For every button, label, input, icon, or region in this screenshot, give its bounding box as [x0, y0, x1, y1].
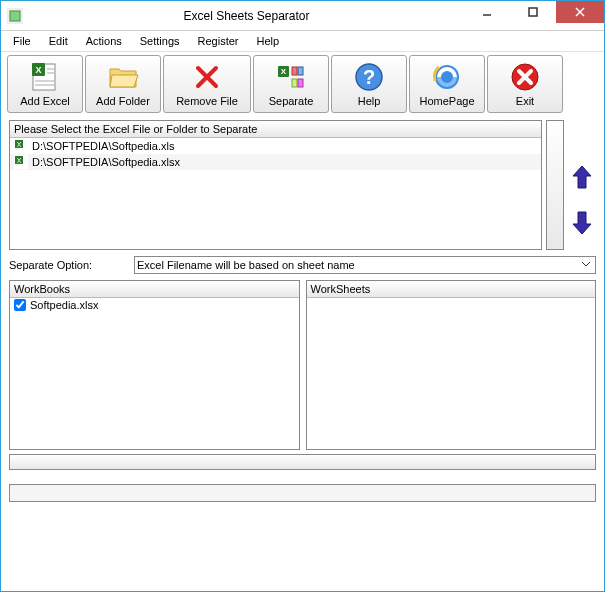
- list-item[interactable]: X D:\SOFTPEDIA\Softpedia.xlsx: [10, 154, 541, 170]
- menu-register[interactable]: Register: [190, 33, 247, 49]
- remove-file-button[interactable]: Remove File: [163, 55, 251, 113]
- help-icon: ?: [353, 61, 385, 93]
- svg-rect-20: [298, 79, 303, 87]
- menubar: File Edit Actions Settings Register Help: [1, 31, 604, 51]
- window-title: Excel Sheets Separator: [29, 9, 464, 23]
- move-up-button[interactable]: [570, 163, 594, 191]
- svg-rect-1: [10, 11, 20, 21]
- workbooks-panel[interactable]: WorkBooks Softpedia.xlsx: [9, 280, 300, 450]
- folder-icon: [107, 61, 139, 93]
- worksheets-header: WorkSheets: [307, 281, 596, 298]
- exit-label: Exit: [516, 95, 534, 107]
- excel-file-icon: X: [14, 139, 28, 153]
- worksheets-panel[interactable]: WorkSheets: [306, 280, 597, 450]
- add-excel-button[interactable]: X Add Excel: [7, 55, 83, 113]
- titlebar: Excel Sheets Separator: [1, 1, 604, 31]
- file-path: D:\SOFTPEDIA\Softpedia.xlsx: [32, 156, 180, 168]
- move-down-button[interactable]: [570, 209, 594, 237]
- menu-file[interactable]: File: [5, 33, 39, 49]
- menu-settings[interactable]: Settings: [132, 33, 188, 49]
- exit-icon: [509, 61, 541, 93]
- excel-sheet-icon: X: [29, 61, 61, 93]
- list-item[interactable]: X D:\SOFTPEDIA\Softpedia.xls: [10, 138, 541, 154]
- homepage-label: HomePage: [419, 95, 474, 107]
- menu-actions[interactable]: Actions: [78, 33, 130, 49]
- remove-x-icon: [191, 61, 223, 93]
- svg-rect-18: [298, 67, 303, 75]
- separate-button[interactable]: X Separate: [253, 55, 329, 113]
- svg-text:X: X: [35, 65, 41, 75]
- svg-rect-17: [292, 67, 297, 75]
- file-side-scroll[interactable]: [546, 120, 564, 250]
- separate-option-value: Excel Filename will be based on sheet na…: [137, 259, 355, 271]
- add-excel-label: Add Excel: [20, 95, 70, 107]
- menu-help[interactable]: Help: [249, 33, 288, 49]
- menu-edit[interactable]: Edit: [41, 33, 76, 49]
- separate-option-select[interactable]: Excel Filename will be based on sheet na…: [134, 256, 596, 274]
- window-controls: [464, 9, 604, 23]
- maximize-button[interactable]: [510, 1, 556, 23]
- svg-text:X: X: [281, 67, 287, 76]
- minimize-button[interactable]: [464, 1, 510, 23]
- remove-file-label: Remove File: [176, 95, 238, 107]
- ie-globe-icon: [431, 61, 463, 93]
- homepage-button[interactable]: HomePage: [409, 55, 485, 113]
- svg-rect-19: [292, 79, 297, 87]
- add-folder-label: Add Folder: [96, 95, 150, 107]
- chevron-down-icon: [579, 257, 593, 273]
- workbooks-header: WorkBooks: [10, 281, 299, 298]
- close-button[interactable]: [556, 1, 604, 23]
- spacer-bar: [9, 454, 596, 470]
- separate-option-label: Separate Option:: [9, 259, 124, 271]
- svg-rect-3: [529, 8, 537, 16]
- status-bar: [9, 484, 596, 502]
- file-list-header: Please Select the Excel File or Folder t…: [10, 121, 541, 138]
- separate-icon: X: [275, 61, 307, 93]
- svg-text:X: X: [17, 141, 22, 148]
- help-label: Help: [358, 95, 381, 107]
- separate-label: Separate: [269, 95, 314, 107]
- workbook-item[interactable]: Softpedia.xlsx: [10, 298, 299, 312]
- add-folder-button[interactable]: Add Folder: [85, 55, 161, 113]
- app-icon: [7, 8, 23, 24]
- toolbar: X Add Excel Add Folder Remove File X Sep…: [1, 51, 604, 116]
- workbook-checkbox[interactable]: [14, 299, 26, 311]
- file-list-panel[interactable]: Please Select the Excel File or Folder t…: [9, 120, 542, 250]
- svg-text:?: ?: [363, 66, 375, 88]
- exit-button[interactable]: Exit: [487, 55, 563, 113]
- svg-text:X: X: [17, 157, 22, 164]
- file-path: D:\SOFTPEDIA\Softpedia.xls: [32, 140, 174, 152]
- help-button[interactable]: ? Help: [331, 55, 407, 113]
- workbook-name: Softpedia.xlsx: [30, 299, 98, 311]
- excel-file-icon: X: [14, 155, 28, 169]
